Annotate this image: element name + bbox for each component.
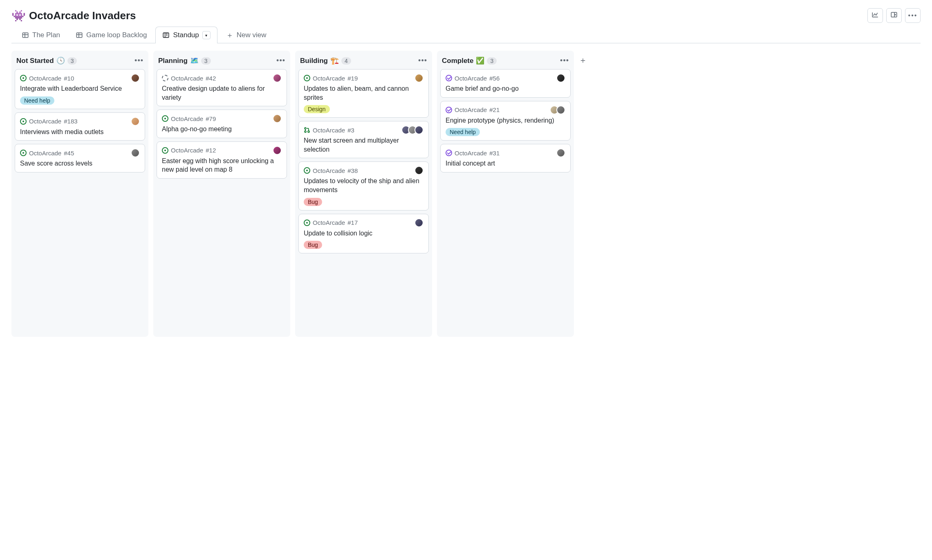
card-label[interactable]: Design — [304, 105, 330, 113]
board-card[interactable]: OctoArcade #21 Engine prototype (physics… — [440, 101, 571, 141]
card-title: Easter egg with high score unlocking a n… — [162, 157, 282, 174]
card-assignees — [273, 146, 282, 155]
project-title: OctoArcade Invaders — [29, 9, 136, 22]
card-repo: OctoArcade — [171, 147, 203, 154]
column-menu-button[interactable]: ••• — [276, 56, 285, 65]
board-card[interactable]: OctoArcade #56 Game brief and go-no-go — [440, 69, 571, 98]
avatar[interactable] — [414, 218, 423, 227]
avatar[interactable] — [131, 74, 140, 83]
board-card[interactable]: OctoArcade #38 Updates to velocity of th… — [298, 161, 429, 210]
card-assignees — [556, 148, 565, 157]
board-card[interactable]: OctoArcade #10 Integrate with Leaderboar… — [15, 69, 145, 109]
card-number: #19 — [347, 75, 358, 82]
svg-rect-0 — [891, 12, 897, 17]
card-title: Interviews with media outlets — [20, 128, 140, 137]
board-card[interactable]: OctoArcade #12 Easter egg with high scor… — [157, 141, 287, 179]
avatar[interactable] — [131, 148, 140, 157]
column-title: Not Started — [16, 57, 54, 65]
card-assignees — [131, 148, 140, 157]
card-repo: OctoArcade — [313, 75, 345, 82]
column-menu-button[interactable]: ••• — [418, 56, 427, 65]
column-count: 4 — [341, 57, 351, 65]
column-menu-button[interactable]: ••• — [560, 56, 569, 65]
tab-label: New view — [237, 31, 267, 39]
kebab-icon: ••• — [908, 12, 918, 19]
avatar[interactable] — [414, 166, 423, 175]
card-title: Alpha go-no-go meeting — [162, 125, 282, 134]
card-title: Creative design update to aliens for var… — [162, 84, 282, 102]
board-card[interactable]: OctoArcade #19 Updates to alien, beam, a… — [298, 69, 429, 118]
tab-dropdown-button[interactable]: ▾ — [202, 31, 211, 39]
card-repo: OctoArcade — [455, 150, 487, 157]
more-options-button[interactable]: ••• — [905, 8, 921, 23]
avatar[interactable] — [273, 114, 282, 123]
board-card[interactable]: OctoArcade #3 New start screen and multi… — [298, 121, 429, 158]
card-repo: OctoArcade — [29, 118, 61, 125]
avatar[interactable] — [273, 146, 282, 155]
column-count: 3 — [201, 57, 211, 65]
table-icon — [76, 31, 83, 39]
card-number: #183 — [64, 118, 77, 125]
issue-open-icon — [304, 220, 310, 226]
avatar[interactable] — [414, 74, 423, 83]
card-title: Game brief and go-no-go — [446, 84, 565, 93]
column-count: 3 — [67, 57, 77, 65]
avatar[interactable] — [131, 117, 140, 126]
column-emoji: 🏗️ — [330, 56, 339, 65]
card-assignees — [414, 74, 423, 83]
svg-point-4 — [305, 128, 306, 129]
column-emoji: ✅ — [476, 56, 484, 65]
board-card[interactable]: OctoArcade #183 Interviews with media ou… — [15, 112, 145, 141]
panel-toggle-button[interactable] — [886, 8, 902, 23]
card-assignees — [556, 74, 565, 83]
card-repo: OctoArcade — [29, 75, 61, 82]
column-menu-button[interactable]: ••• — [134, 56, 143, 65]
card-title: Update to collision logic — [304, 229, 423, 238]
board-card[interactable]: OctoArcade #79 Alpha go-no-go meeting — [157, 110, 287, 138]
tab-game-loop-backlog[interactable]: Game loop Backlog — [69, 27, 154, 43]
card-label[interactable]: Need help — [20, 96, 54, 105]
card-label[interactable]: Need help — [446, 128, 480, 136]
board-card[interactable]: OctoArcade #45 Save score across levels — [15, 144, 145, 172]
board-card[interactable]: OctoArcade #17 Update to collision logic… — [298, 214, 429, 254]
card-number: #38 — [347, 167, 358, 174]
issue-open-icon — [20, 118, 27, 125]
insights-button[interactable] — [867, 8, 883, 23]
card-number: #45 — [64, 150, 74, 157]
card-number: #21 — [489, 106, 500, 113]
tab-label: Game loop Backlog — [86, 31, 147, 39]
board-card[interactable]: OctoArcade #31 Initial concept art — [440, 144, 571, 172]
column-emoji: 🗺️ — [190, 56, 199, 65]
card-repo: OctoArcade — [171, 115, 203, 122]
card-assignees — [401, 125, 423, 134]
avatar[interactable] — [273, 74, 282, 83]
avatar[interactable] — [556, 74, 565, 83]
avatar[interactable] — [414, 125, 423, 134]
avatar[interactable] — [556, 148, 565, 157]
card-repo: OctoArcade — [455, 75, 487, 82]
column-emoji: 🕓 — [56, 56, 65, 65]
add-column-button[interactable]: ＋ — [579, 51, 589, 66]
chart-line-icon — [872, 11, 879, 20]
board-card[interactable]: OctoArcade #42 Creative design update to… — [157, 69, 287, 106]
issue-open-icon — [304, 167, 310, 174]
tab-label: Standup — [173, 31, 199, 39]
kebab-icon: ••• — [134, 56, 143, 65]
project-emoji: 👾 — [11, 9, 26, 22]
card-assignees — [550, 105, 565, 114]
column-count: 3 — [487, 57, 497, 65]
avatar[interactable] — [556, 105, 565, 114]
board-column: Not Started 🕓 3 ••• OctoArcade #10 Integ… — [11, 51, 148, 337]
tab-the-plan[interactable]: The Plan — [15, 27, 67, 43]
tab-standup[interactable]: Standup ▾ — [155, 27, 217, 43]
column-title: Planning — [158, 57, 188, 65]
svg-rect-2 — [76, 33, 82, 37]
card-label[interactable]: Bug — [304, 241, 322, 249]
svg-rect-1 — [22, 33, 28, 37]
tab-new-view[interactable]: ＋ New view — [219, 27, 273, 43]
card-label[interactable]: Bug — [304, 198, 322, 206]
table-icon — [22, 31, 29, 39]
card-assignees — [131, 74, 140, 83]
kebab-icon: ••• — [560, 56, 569, 65]
svg-rect-3 — [164, 33, 169, 37]
